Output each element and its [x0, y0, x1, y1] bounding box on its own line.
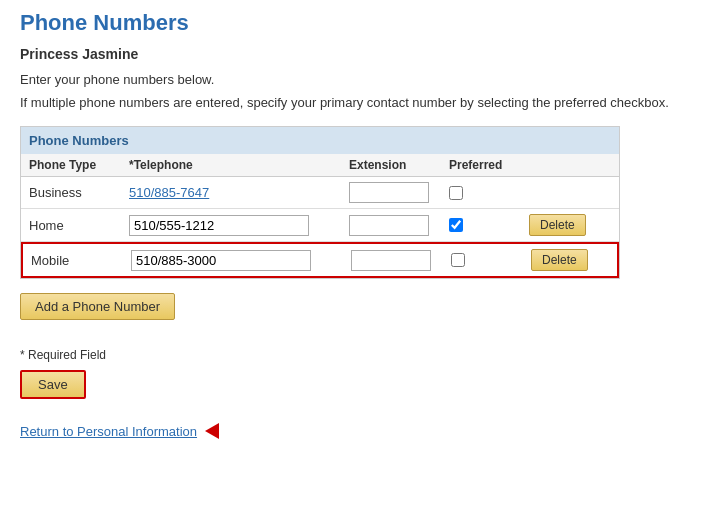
table-title: Phone Numbers	[29, 133, 129, 148]
phone-type-business: Business	[29, 185, 129, 200]
extension-home	[349, 215, 449, 236]
col-header-preferred: Preferred	[449, 158, 529, 172]
return-link[interactable]: Return to Personal Information	[20, 424, 197, 439]
col-header-action	[529, 158, 599, 172]
preferred-business	[449, 186, 529, 200]
preferred-mobile	[451, 253, 531, 267]
delete-button-mobile[interactable]: Delete	[531, 249, 588, 271]
telephone-business: 510/885-7647	[129, 185, 349, 200]
telephone-home	[129, 215, 349, 236]
telephone-link-business[interactable]: 510/885-7647	[129, 185, 209, 200]
extension-input-mobile[interactable]	[351, 250, 431, 271]
return-link-container: Return to Personal Information	[20, 423, 701, 439]
preferred-checkbox-mobile[interactable]	[451, 253, 465, 267]
col-header-phone-type: Phone Type	[29, 158, 129, 172]
preferred-checkbox-home[interactable]	[449, 218, 463, 232]
description-line1: Enter your phone numbers below.	[20, 72, 701, 87]
description-line2: If multiple phone numbers are entered, s…	[20, 95, 701, 110]
required-note: * Required Field	[20, 348, 701, 362]
telephone-mobile	[131, 250, 351, 271]
phone-row-home: Home Delete	[21, 209, 619, 242]
extension-input-home[interactable]	[349, 215, 429, 236]
delete-button-home[interactable]: Delete	[529, 214, 586, 236]
phone-type-mobile: Mobile	[31, 253, 131, 268]
col-header-extension: Extension	[349, 158, 449, 172]
table-header: Phone Numbers	[21, 127, 619, 154]
phone-type-home: Home	[29, 218, 129, 233]
telephone-input-mobile[interactable]	[131, 250, 311, 271]
action-home: Delete	[529, 214, 599, 236]
phone-row-mobile: Mobile Delete	[21, 242, 619, 278]
preferred-home	[449, 218, 529, 232]
preferred-checkbox-business[interactable]	[449, 186, 463, 200]
col-header-telephone: *Telephone	[129, 158, 349, 172]
phone-table-container: Phone Numbers Phone Type *Telephone Exte…	[20, 126, 620, 279]
telephone-input-home[interactable]	[129, 215, 309, 236]
extension-business	[349, 182, 449, 203]
column-headers: Phone Type *Telephone Extension Preferre…	[21, 154, 619, 177]
phone-row-business: Business 510/885-7647	[21, 177, 619, 209]
user-name: Princess Jasmine	[20, 46, 701, 62]
add-phone-button[interactable]: Add a Phone Number	[20, 293, 175, 320]
save-button[interactable]: Save	[20, 370, 86, 399]
extension-mobile	[351, 250, 451, 271]
action-mobile: Delete	[531, 249, 601, 271]
extension-input-business[interactable]	[349, 182, 429, 203]
return-arrow-icon	[205, 423, 219, 439]
page-title: Phone Numbers	[20, 10, 701, 36]
